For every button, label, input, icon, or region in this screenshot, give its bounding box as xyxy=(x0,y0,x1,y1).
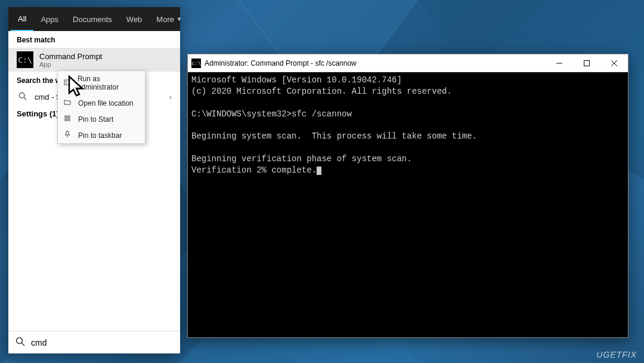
svg-line-11 xyxy=(22,343,25,346)
command-prompt-window: c:\ Administrator: Command Prompt - sfc … xyxy=(187,54,628,338)
context-item-label: Pin to taskbar xyxy=(78,131,122,140)
best-match-heading: Best match xyxy=(8,31,180,48)
minimize-button[interactable] xyxy=(546,54,573,72)
svg-rect-13 xyxy=(65,116,67,118)
minimize-icon xyxy=(556,60,562,66)
svg-point-8 xyxy=(19,93,24,98)
chevron-down-icon: ▼ xyxy=(177,16,182,22)
search-input[interactable] xyxy=(31,338,173,347)
tab-apps[interactable]: Apps xyxy=(33,7,66,31)
context-pin-taskbar[interactable]: Pin to taskbar xyxy=(58,127,145,143)
best-match-subtitle: App xyxy=(39,61,102,68)
command-prompt-icon: c:\ xyxy=(191,59,201,68)
mouse-cursor-icon xyxy=(67,75,88,100)
close-icon xyxy=(611,60,617,66)
tab-documents[interactable]: Documents xyxy=(66,7,119,31)
pin-taskbar-icon xyxy=(64,131,73,140)
close-button[interactable] xyxy=(600,54,628,72)
command-prompt-icon: C:\ xyxy=(17,51,33,68)
svg-rect-18 xyxy=(584,60,590,66)
best-match-result[interactable]: C:\ Command Prompt App xyxy=(8,48,180,72)
terminal-output[interactable]: Microsoft Windows [Version 10.0.19042.74… xyxy=(188,72,628,337)
terminal-cursor xyxy=(317,167,321,175)
context-item-label: Pin to Start xyxy=(78,115,113,124)
svg-line-9 xyxy=(24,97,26,100)
svg-rect-16 xyxy=(68,119,70,121)
start-search-panel: All Apps Documents Web More ▼ Best match… xyxy=(8,7,180,353)
context-pin-start[interactable]: Pin to Start xyxy=(58,111,145,127)
pin-start-icon xyxy=(64,115,73,124)
search-tabs: All Apps Documents Web More ▼ xyxy=(8,7,180,31)
tab-more[interactable]: More ▼ xyxy=(149,7,189,31)
maximize-icon xyxy=(584,60,590,66)
tab-more-label: More xyxy=(156,15,174,24)
svg-rect-15 xyxy=(65,119,67,121)
search-icon xyxy=(16,337,25,348)
maximize-button[interactable] xyxy=(573,54,600,72)
tab-web[interactable]: Web xyxy=(119,7,150,31)
watermark: UGETFIX xyxy=(596,350,637,359)
search-input-row xyxy=(8,331,180,353)
search-icon xyxy=(17,92,29,102)
window-title: Administrator: Command Prompt - sfc /sca… xyxy=(205,59,357,67)
svg-rect-14 xyxy=(68,116,70,118)
tab-all[interactable]: All xyxy=(11,7,33,31)
svg-point-10 xyxy=(17,338,23,344)
best-match-title: Command Prompt xyxy=(39,52,102,61)
chevron-right-icon: › xyxy=(169,93,172,101)
titlebar[interactable]: c:\ Administrator: Command Prompt - sfc … xyxy=(188,54,628,72)
